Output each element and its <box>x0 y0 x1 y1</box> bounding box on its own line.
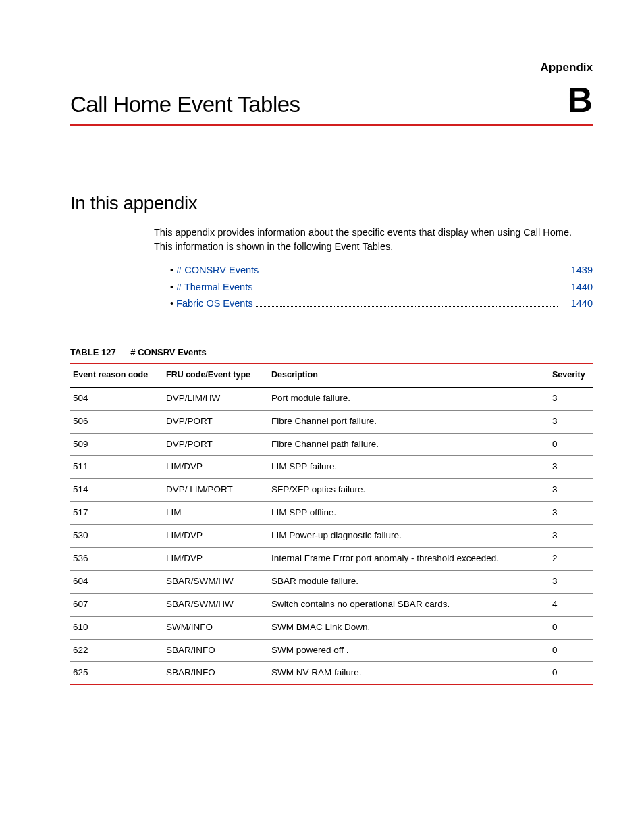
th-fru-code: FRU code/Event type <box>163 363 269 387</box>
toc-leader <box>261 265 558 274</box>
cell-desc: SFP/XFP optics failure. <box>269 479 549 502</box>
section-heading: In this appendix <box>70 190 593 216</box>
table-row: 530LIM/DVPLIM Power-up diagnostic failur… <box>70 525 593 548</box>
cell-code: 625 <box>70 662 163 685</box>
cell-fru: DVP/LIM/HW <box>163 387 269 410</box>
cell-desc: Fibre Channel port failure. <box>269 410 549 433</box>
table-row: 509DVP/PORTFibre Channel path failure.0 <box>70 433 593 456</box>
cell-sev: 2 <box>549 548 593 571</box>
bullet-icon: • <box>170 263 173 277</box>
toc-leader <box>255 282 558 290</box>
cell-fru: SBAR/INFO <box>163 639 269 662</box>
cell-sev: 3 <box>549 456 593 479</box>
toc-link[interactable]: # Thermal Events <box>176 280 252 294</box>
toc: • # CONSRV Events 1439 • # Thermal Event… <box>170 263 593 310</box>
table-caption-label: TABLE 127 <box>70 347 116 357</box>
th-description: Description <box>269 363 549 387</box>
cell-desc: Fibre Channel path failure. <box>269 433 549 456</box>
title-row: Call Home Event Tables B <box>70 82 593 126</box>
cell-sev: 4 <box>549 593 593 616</box>
bullet-icon: • <box>170 280 173 294</box>
table-header-row: Event reason code FRU code/Event type De… <box>70 363 593 387</box>
cell-fru: LIM/DVP <box>163 548 269 571</box>
cell-sev: 0 <box>549 433 593 456</box>
cell-fru: SBAR/SWM/HW <box>163 570 269 593</box>
table-row: 511LIM/DVPLIM SPP failure.3 <box>70 456 593 479</box>
cell-desc: LIM SPP failure. <box>269 456 549 479</box>
cell-fru: LIM <box>163 502 269 525</box>
cell-desc: SWM powered off . <box>269 639 549 662</box>
table-row: 604SBAR/SWM/HWSBAR module failure.3 <box>70 570 593 593</box>
cell-code: 536 <box>70 548 163 571</box>
toc-link[interactable]: # CONSRV Events <box>176 263 259 277</box>
toc-page[interactable]: 1439 <box>560 263 593 277</box>
toc-link[interactable]: Fabric OS Events <box>176 296 253 310</box>
cell-fru: SBAR/SWM/HW <box>163 593 269 616</box>
cell-code: 607 <box>70 593 163 616</box>
table-caption: TABLE 127 # CONSRV Events <box>70 346 593 359</box>
cell-desc: SWM BMAC Link Down. <box>269 616 549 639</box>
cell-desc: LIM Power-up diagnostic failure. <box>269 525 549 548</box>
cell-sev: 0 <box>549 639 593 662</box>
cell-sev: 3 <box>549 387 593 410</box>
cell-desc: SBAR module failure. <box>269 570 549 593</box>
cell-code: 610 <box>70 616 163 639</box>
cell-sev: 3 <box>549 525 593 548</box>
table-row: 607SBAR/SWM/HWSwitch contains no operati… <box>70 593 593 616</box>
cell-fru: LIM/DVP <box>163 525 269 548</box>
cell-desc: SWM NV RAM failure. <box>269 662 549 685</box>
cell-desc: Internal Frame Error port anomaly - thre… <box>269 548 549 571</box>
section-intro: This appendix provides information about… <box>154 226 593 254</box>
cell-sev: 3 <box>549 570 593 593</box>
table-row: 622SBAR/INFOSWM powered off .0 <box>70 639 593 662</box>
cell-code: 604 <box>70 570 163 593</box>
table-body: 504DVP/LIM/HWPort module failure.3 506DV… <box>70 387 593 685</box>
toc-item: • # CONSRV Events 1439 <box>170 263 593 277</box>
cell-code: 530 <box>70 525 163 548</box>
cell-fru: SBAR/INFO <box>163 662 269 685</box>
cell-desc: Port module failure. <box>269 387 549 410</box>
cell-sev: 0 <box>549 616 593 639</box>
cell-code: 511 <box>70 456 163 479</box>
th-event-reason-code: Event reason code <box>70 363 163 387</box>
table-caption-title: # CONSRV Events <box>130 347 206 357</box>
cell-sev: 3 <box>549 502 593 525</box>
toc-leader <box>256 298 558 307</box>
appendix-letter: B <box>567 82 593 118</box>
cell-code: 504 <box>70 387 163 410</box>
cell-fru: DVP/PORT <box>163 410 269 433</box>
table-row: 536LIM/DVPInternal Frame Error port anom… <box>70 548 593 571</box>
cell-fru: DVP/ LIM/PORT <box>163 479 269 502</box>
table-row: 506DVP/PORTFibre Channel port failure.3 <box>70 410 593 433</box>
toc-page[interactable]: 1440 <box>560 280 593 294</box>
table-row: 625SBAR/INFOSWM NV RAM failure.0 <box>70 662 593 685</box>
toc-page[interactable]: 1440 <box>560 296 593 310</box>
cell-code: 506 <box>70 410 163 433</box>
appendix-label: Appendix <box>70 59 593 76</box>
page-title: Call Home Event Tables <box>70 89 300 120</box>
cell-code: 622 <box>70 639 163 662</box>
cell-desc: Switch contains no operational SBAR card… <box>269 593 549 616</box>
table-row: 504DVP/LIM/HWPort module failure.3 <box>70 387 593 410</box>
page: Appendix Call Home Event Tables B In thi… <box>0 0 644 834</box>
cell-fru: DVP/PORT <box>163 433 269 456</box>
cell-fru: SWM/INFO <box>163 616 269 639</box>
events-table: Event reason code FRU code/Event type De… <box>70 363 593 685</box>
table-row: 610SWM/INFOSWM BMAC Link Down.0 <box>70 616 593 639</box>
cell-sev: 0 <box>549 662 593 685</box>
bullet-icon: • <box>170 296 173 310</box>
cell-code: 514 <box>70 479 163 502</box>
toc-item: • Fabric OS Events 1440 <box>170 296 593 310</box>
cell-code: 517 <box>70 502 163 525</box>
cell-sev: 3 <box>549 410 593 433</box>
table-row: 517LIMLIM SPP offline.3 <box>70 502 593 525</box>
cell-sev: 3 <box>549 479 593 502</box>
th-severity: Severity <box>549 363 593 387</box>
cell-fru: LIM/DVP <box>163 456 269 479</box>
cell-desc: LIM SPP offline. <box>269 502 549 525</box>
table-row: 514DVP/ LIM/PORTSFP/XFP optics failure.3 <box>70 479 593 502</box>
cell-code: 509 <box>70 433 163 456</box>
toc-item: • # Thermal Events 1440 <box>170 280 593 294</box>
